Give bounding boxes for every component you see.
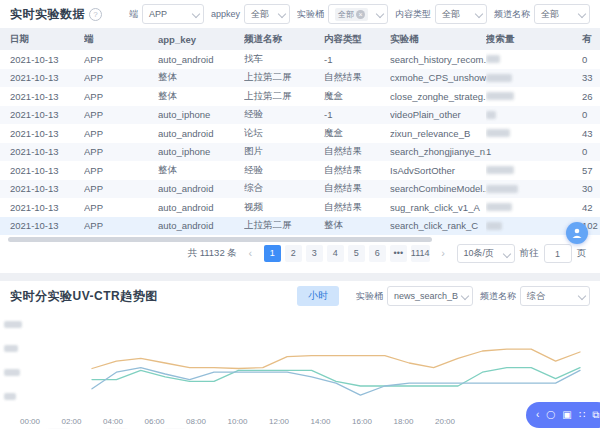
prev-page-button[interactable]: ‹ <box>242 245 259 262</box>
redacted-value <box>486 111 496 119</box>
horizontal-scrollbar[interactable] <box>8 237 432 242</box>
table-cell <box>486 50 552 69</box>
table-cell: 2021-10-13 <box>0 50 84 69</box>
trend-chart-card: 实时分实验UV-CTR趋势图 小时 实验桶 news_search_B 频道名称… <box>0 281 600 429</box>
table-cell: APP <box>84 143 158 162</box>
redacted-value <box>486 55 500 63</box>
table-cell: 经验 <box>244 106 324 125</box>
info-icon[interactable]: ? <box>89 8 102 21</box>
tag-close-icon[interactable]: × <box>356 10 365 19</box>
filter-bar: 端APPappkey全部实验桶全部×内容类型全部频道名称全部 <box>129 4 590 24</box>
table-cell: 42 <box>552 198 600 217</box>
table-cell: 2021-10-13 <box>0 124 84 143</box>
page-button[interactable]: 5 <box>348 245 365 262</box>
table-row[interactable]: 2021-10-13APP整体经验自然结果IsAdvSortOther57 <box>0 161 600 180</box>
page-button[interactable]: 1114 <box>411 245 430 262</box>
goto-label: 前往 <box>520 247 539 260</box>
table-cell: 自然结果 <box>324 161 390 180</box>
chart-bucket-value: news_search_B <box>394 291 458 301</box>
table-header-row: 日期端app_key频道名称内容类型实验桶搜索量有 <box>0 28 600 50</box>
table-cell: auto_iphone <box>158 106 244 125</box>
page-buttons: 123456•••1114 <box>264 245 430 262</box>
table-cell: search_click_rank_C <box>390 217 486 236</box>
table-cell: cxmohe_CPS_unshow <box>390 69 486 88</box>
table-cell: 2021-10-13 <box>0 198 84 217</box>
hour-granularity-button[interactable]: 小时 <box>297 286 339 306</box>
filter-content-type-select[interactable]: 全部 <box>435 4 487 24</box>
table-cell: auto_iphone <box>158 143 244 162</box>
x-tick-label: 02:00 <box>61 417 81 426</box>
chevron-down-icon <box>192 10 200 18</box>
next-page-button[interactable]: › <box>435 245 452 262</box>
table-cell: 43 <box>552 124 600 143</box>
filter-bucket-select[interactable]: 全部× <box>328 4 388 24</box>
table-cell: APP <box>84 180 158 199</box>
x-axis-ticks: 00:0002:0004:0006:0008:0010:0012:0014:00… <box>0 417 600 429</box>
table-cell <box>486 124 552 143</box>
page-ellipsis[interactable]: ••• <box>390 245 407 262</box>
table-row[interactable]: 2021-10-13APP整体上拉第二屏魔盒close_zonghe_strat… <box>0 87 600 106</box>
table-cell: searchCombineModel... <box>390 180 486 199</box>
table-cell: 2021-10-13 <box>0 161 84 180</box>
chevron-down-icon <box>461 292 469 300</box>
chart-filter-bucket: 实验桶 news_search_B <box>356 286 473 306</box>
table-cell: 30 <box>552 180 600 199</box>
table-cell: auto_android <box>158 217 244 236</box>
page-button[interactable]: 1 <box>264 245 281 262</box>
x-tick-label: 06:00 <box>144 417 164 426</box>
page-button[interactable]: 6 <box>369 245 386 262</box>
table-row[interactable]: 2021-10-13APPauto_android上拉第二屏整体search_c… <box>0 217 600 236</box>
table-row[interactable]: 2021-10-13APPauto_android综合自然结果searchCom… <box>0 180 600 199</box>
collapse-icon[interactable]: ‹ <box>536 410 539 420</box>
page-button[interactable]: 2 <box>285 245 302 262</box>
x-tick-label: 14:00 <box>310 417 330 426</box>
filter-port-select[interactable]: APP <box>142 4 204 24</box>
table-cell: 综合 <box>244 180 324 199</box>
chart-channel-value: 综合 <box>527 290 545 303</box>
page-button[interactable]: 4 <box>327 245 344 262</box>
filter-port-label: 端 <box>129 8 138 21</box>
chart-channel-label: 频道名称 <box>480 290 516 303</box>
table-cell: APP <box>84 161 158 180</box>
table-row[interactable]: 2021-10-13APPauto_android论坛魔盒zixun_relev… <box>0 124 600 143</box>
chart-bucket-select[interactable]: news_search_B <box>387 286 473 306</box>
image-export-icon[interactable]: ▣ <box>562 410 571 420</box>
redacted-value <box>486 185 518 193</box>
window-icon[interactable]: ⧉ <box>592 410 599 420</box>
redacted-value <box>486 129 510 137</box>
help-float-button[interactable] <box>566 222 588 244</box>
x-tick-label: 18:00 <box>393 417 413 426</box>
goto-page-input[interactable] <box>544 244 572 263</box>
table-row[interactable]: 2021-10-13APPauto_iphone图片自然结果search_zho… <box>0 143 600 162</box>
table-cell <box>486 87 552 106</box>
table-cell: 自然结果 <box>324 69 390 88</box>
page-size-select[interactable]: 10条/页 <box>457 244 515 263</box>
table-cell: 经验 <box>244 161 324 180</box>
trend-line-a <box>92 349 580 368</box>
table-row[interactable]: 2021-10-13APPauto_iphone经验-1videoPlain_o… <box>0 106 600 125</box>
chevron-down-icon <box>578 10 586 18</box>
refresh-icon[interactable]: ◯ <box>546 411 555 419</box>
table-row[interactable]: 2021-10-13APPauto_android找车-1search_hist… <box>0 50 600 69</box>
x-tick-label: 00:00 <box>20 417 40 426</box>
trend-chart <box>0 313 600 417</box>
page-size-value: 10条/页 <box>464 247 495 260</box>
table-cell: 自然结果 <box>324 180 390 199</box>
chart-bucket-label: 实验桶 <box>356 290 383 303</box>
selected-tag: 全部× <box>335 8 368 21</box>
filter-appkey-select[interactable]: 全部 <box>244 4 290 24</box>
chevron-down-icon <box>376 10 384 18</box>
chart-channel-select[interactable]: 综合 <box>520 286 590 306</box>
table-row[interactable]: 2021-10-13APPauto_android视频自然结果sug_rank_… <box>0 198 600 217</box>
table-row[interactable]: 2021-10-13APP整体上拉第二屏自然结果cxmohe_CPS_unsho… <box>0 69 600 88</box>
table-card-title: 实时实验数据 <box>10 6 85 23</box>
grid-icon[interactable]: ∷ <box>579 410 585 420</box>
chevron-down-icon <box>578 292 586 300</box>
page-button[interactable]: 3 <box>306 245 323 262</box>
filter-channel-name-select[interactable]: 全部 <box>534 4 590 24</box>
column-header: 日期 <box>0 28 84 50</box>
table-cell: IsAdvSortOther <box>390 161 486 180</box>
table-cell: auto_android <box>158 198 244 217</box>
x-tick-label: 16:00 <box>352 417 372 426</box>
redacted-value <box>486 166 514 174</box>
